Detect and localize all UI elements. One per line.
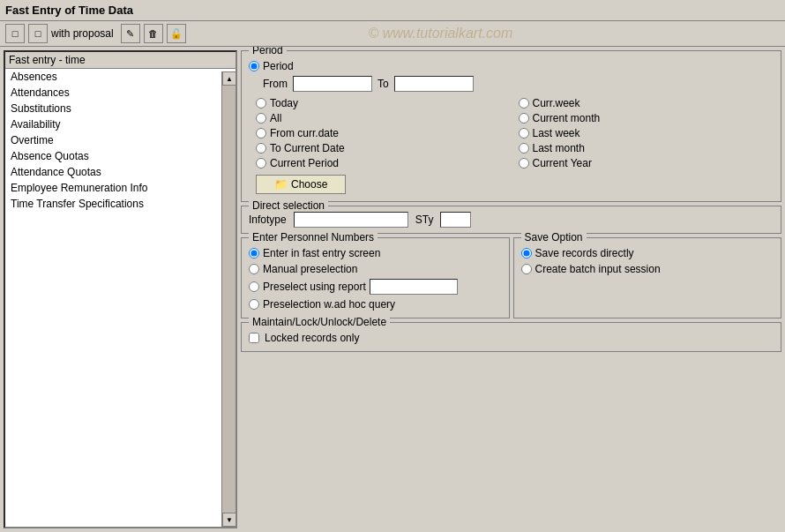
save-direct-radio[interactable] xyxy=(521,248,532,259)
currentyear-radio[interactable] xyxy=(519,158,529,169)
manual-presel-radio[interactable] xyxy=(249,264,259,274)
period-from-input[interactable] xyxy=(293,76,372,92)
infotype-label: Infotype xyxy=(249,214,287,226)
infotype-input[interactable] xyxy=(294,212,408,228)
fast-entry-radio-label: Enter in fast entry screen xyxy=(263,247,380,259)
fast-entry-list[interactable]: Fast entry - time AbsencesAttendancesSub… xyxy=(4,50,237,528)
content-area: Fast entry - time AbsencesAttendancesSub… xyxy=(0,47,785,532)
from-label: From xyxy=(263,78,288,90)
currweek-radio-item: Curr.week xyxy=(519,97,774,109)
period-to-input[interactable] xyxy=(394,76,474,92)
scroll-track xyxy=(222,86,236,513)
maintain-group: Maintain/Lock/Unlock/Delete Locked recor… xyxy=(241,322,781,352)
toolbar: □ □ with proposal ✎ 🗑 🔓 © www.tutorialka… xyxy=(0,21,785,47)
lastweek-radio[interactable] xyxy=(519,128,529,139)
currentmonth-label: Current month xyxy=(533,112,601,124)
currentmonth-radio-item: Current month xyxy=(519,112,774,124)
preselect-report-radio[interactable] xyxy=(249,281,259,292)
today-radio-item: Today xyxy=(256,97,512,109)
currentperiod-radio-item: Current Period xyxy=(256,157,512,169)
all-radio-item: All xyxy=(256,112,512,124)
period-group: Period Period From To xyxy=(241,50,781,202)
with-proposal-button[interactable]: □ xyxy=(28,24,48,43)
adhoc-radio[interactable] xyxy=(249,299,259,310)
batch-radio-item: Create batch input session xyxy=(521,263,774,275)
sty-label: STy xyxy=(415,214,434,226)
list-scrollbar[interactable]: ▲ ▼ xyxy=(221,71,236,527)
period-radio-label: Period xyxy=(263,60,294,72)
currentperiod-radio[interactable] xyxy=(256,158,266,169)
save-option-group: Save Option Save records directly Create… xyxy=(513,237,782,318)
new-button[interactable]: □ xyxy=(5,24,25,43)
lastmonth-label: Last month xyxy=(533,142,585,154)
to-label: To xyxy=(378,78,389,90)
sty-input[interactable] xyxy=(440,212,471,228)
lastweek-radio-item: Last week xyxy=(519,127,774,139)
left-panel: Fast entry - time AbsencesAttendancesSub… xyxy=(4,50,237,528)
maintain-title: Maintain/Lock/Unlock/Delete xyxy=(249,316,390,328)
manual-presel-label: Manual preselection xyxy=(263,263,357,275)
currentperiod-label: Current Period xyxy=(270,157,339,169)
list-item[interactable]: Overtime xyxy=(5,132,236,148)
fromcurrdate-label: From curr.date xyxy=(270,127,339,139)
watermark: © www.tutorialkart.com xyxy=(368,26,601,41)
list-item[interactable]: Absence Quotas xyxy=(5,148,236,164)
list-item[interactable]: Employee Remuneration Info xyxy=(5,180,236,196)
currentmonth-radio[interactable] xyxy=(519,113,529,124)
edit-button[interactable]: ✎ xyxy=(121,24,140,43)
direct-selection-group: Direct selection Infotype STy xyxy=(241,206,781,234)
list-item[interactable]: Availability xyxy=(5,116,236,132)
locked-records-checkbox[interactable] xyxy=(249,333,259,343)
list-items: AbsencesAttendancesSubstitutionsAvailabi… xyxy=(5,69,236,524)
save-direct-radio-item: Save records directly xyxy=(521,247,774,259)
lastweek-label: Last week xyxy=(533,127,580,139)
choose-button[interactable]: 📁 Choose xyxy=(256,175,346,194)
save-option-content: Save records directly Create batch input… xyxy=(514,238,781,282)
batch-radio[interactable] xyxy=(521,264,532,274)
lastmonth-radio-item: Last month xyxy=(519,142,774,154)
manual-presel-radio-item: Manual preselection xyxy=(249,263,502,275)
all-radio[interactable] xyxy=(256,113,266,124)
today-radio[interactable] xyxy=(256,98,266,109)
personnel-numbers-group: Enter Personnel Numbers Enter in fast en… xyxy=(241,237,510,318)
period-group-title: Period xyxy=(249,47,287,56)
preselect-report-input[interactable] xyxy=(370,279,458,295)
period-radio[interactable] xyxy=(249,61,259,71)
list-item[interactable]: Absences xyxy=(5,69,236,85)
scroll-up-button[interactable]: ▲ xyxy=(222,71,236,86)
fromcurrdate-radio[interactable] xyxy=(256,128,266,139)
tocurrentdate-label: To Current Date xyxy=(270,142,345,154)
currweek-radio[interactable] xyxy=(519,98,529,109)
preselect-report-label: Preselect using report xyxy=(263,281,366,293)
list-header: Fast entry - time xyxy=(5,52,236,69)
window-title: Fast Entry of Time Data xyxy=(5,4,133,17)
period-options-grid: Today Curr.week All C xyxy=(256,97,774,169)
scroll-down-button[interactable]: ▼ xyxy=(222,513,236,527)
adhoc-label: Preselection w.ad hoc query xyxy=(263,298,395,311)
with-proposal-label: with proposal xyxy=(51,27,114,40)
currweek-label: Curr.week xyxy=(533,97,580,109)
choose-label: Choose xyxy=(291,178,327,191)
batch-label: Create batch input session xyxy=(535,263,661,275)
tocurrentdate-radio-item: To Current Date xyxy=(256,142,512,154)
currentyear-label: Current Year xyxy=(533,157,592,169)
fast-entry-radio-item: Enter in fast entry screen xyxy=(249,247,502,259)
locked-records-label: Locked records only xyxy=(265,332,359,344)
today-label: Today xyxy=(270,97,298,109)
tocurrentdate-radio[interactable] xyxy=(256,143,266,154)
list-item[interactable]: Time Transfer Specifications xyxy=(5,196,236,212)
personnel-numbers-title: Enter Personnel Numbers xyxy=(249,231,378,244)
lastmonth-radio[interactable] xyxy=(519,143,529,154)
all-label: All xyxy=(270,112,281,124)
currentyear-radio-item: Current Year xyxy=(519,157,774,169)
period-from-to: From To xyxy=(263,76,774,92)
lock-button[interactable]: 🔓 xyxy=(167,24,186,43)
delete-button[interactable]: 🗑 xyxy=(144,24,163,43)
list-item[interactable]: Attendances xyxy=(5,85,236,101)
list-item[interactable]: Attendance Quotas xyxy=(5,164,236,180)
personnel-numbers-content: Enter in fast entry screen Manual presel… xyxy=(242,238,509,318)
right-panel: Period Period From To xyxy=(241,50,781,528)
main-window: Fast Entry of Time Data □ □ with proposa… xyxy=(0,0,785,532)
fast-entry-radio[interactable] xyxy=(249,248,259,259)
list-item[interactable]: Substitutions xyxy=(5,101,236,116)
